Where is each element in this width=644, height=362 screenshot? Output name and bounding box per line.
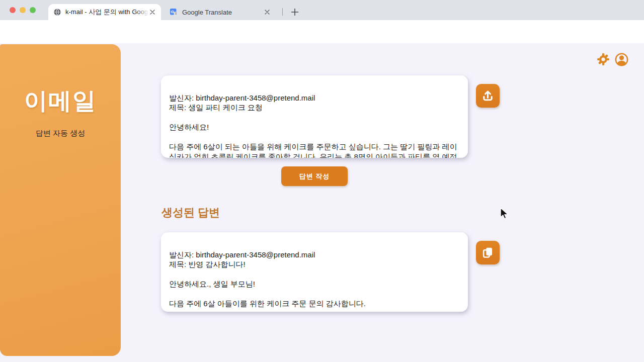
close-tab-icon[interactable] [148,8,157,17]
generated-email-card: 발신자: birthday-parent-3458@pretend.mail 제… [161,232,468,312]
close-window-button[interactable] [10,7,16,13]
upload-icon [481,89,495,103]
copy-button[interactable] [476,241,500,264]
generated-email-text: 발신자: birthday-parent-3458@pretend.mail 제… [169,250,369,312]
incoming-email-card: 발신자: birthday-parent-3458@pretend.mail 제… [161,75,468,158]
tab-title-fade [136,8,149,20]
person-icon[interactable] [614,52,628,66]
close-tab-icon[interactable] [263,8,272,17]
app-subtitle: 답변 자동 생성 [0,129,121,138]
minimize-window-button[interactable] [20,7,26,13]
globe-icon [53,8,61,16]
generated-reply-heading: 생성된 답변 [162,205,220,220]
write-reply-button[interactable]: 답변 작성 [281,166,348,186]
google-translate-icon: G 文 [170,8,178,16]
page-content: 이메일 답변 자동 생성 발신자: [0,43,644,362]
incoming-email-text: 발신자: birthday-parent-3458@pretend.mail 제… [169,94,457,158]
sidebar: 이메일 답변 자동 생성 [0,44,121,356]
browser-toolbar: 127.0.0.1:5000 [0,20,644,43]
svg-text:G: G [171,10,174,14]
copy-icon [481,246,495,259]
upload-button[interactable] [476,84,500,108]
new-tab-button[interactable] [287,5,302,20]
gear-icon[interactable] [596,52,610,66]
tab-title: Google Translate [182,9,263,16]
tab-google-translate[interactable]: G 文 Google Translate [165,4,276,20]
fullscreen-window-button[interactable] [30,7,36,13]
app-title: 이메일 [0,85,121,117]
svg-text:文: 文 [175,12,178,15]
tab-kmail[interactable]: k-mail - 사업 문의 with Google [48,4,161,20]
tab-separator [282,8,283,16]
tab-strip: k-mail - 사업 문의 with Google G 文 Google Tr… [0,0,644,20]
browser-window: k-mail - 사업 문의 with Google G 文 Google Tr… [0,0,644,362]
